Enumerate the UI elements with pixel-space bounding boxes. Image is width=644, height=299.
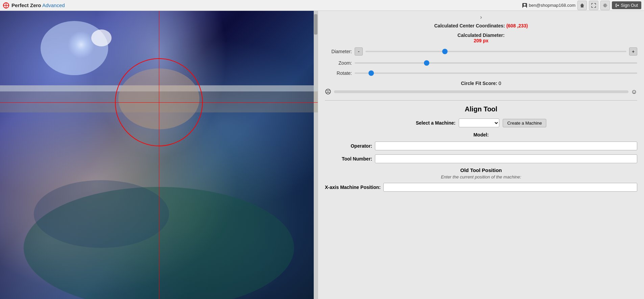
circle-fit-score-row: Circle Fit Score: 0 bbox=[325, 81, 637, 86]
operator-label: Operator: bbox=[325, 143, 372, 149]
sign-out-icon bbox=[615, 3, 619, 7]
svg-point-15 bbox=[91, 29, 112, 46]
gear-icon bbox=[603, 3, 607, 8]
top-bar-right: ben@shopmap168.com bbox=[522, 1, 641, 10]
diameter-control-label: Diameter: bbox=[325, 49, 352, 54]
svg-point-4 bbox=[524, 4, 526, 6]
x-axis-input[interactable] bbox=[383, 183, 637, 192]
sign-out-label: Sign Out bbox=[621, 3, 638, 8]
app-title-advanced: Advanced bbox=[41, 2, 65, 8]
operator-row: Operator: bbox=[325, 142, 637, 150]
circle-fit-score: 0 bbox=[499, 81, 501, 86]
svg-marker-6 bbox=[580, 3, 584, 7]
panel-toggle-button[interactable]: › bbox=[480, 14, 482, 20]
diameter-plus-button[interactable]: + bbox=[629, 47, 637, 56]
settings-button[interactable] bbox=[600, 1, 610, 10]
tool-number-label: Tool Number: bbox=[325, 156, 372, 162]
zoom-slider[interactable] bbox=[355, 62, 637, 64]
diameter-value: 209 px bbox=[325, 38, 637, 43]
diameter-slider[interactable] bbox=[365, 51, 626, 52]
old-tool-position-subtitle: Enter the current position of the machin… bbox=[325, 174, 637, 179]
diameter-label: Calculated Diameter: bbox=[325, 33, 637, 38]
diameter-control-row: Diameter: - + bbox=[325, 47, 637, 56]
app-title: Perfect Zero Advanced bbox=[11, 2, 65, 8]
model-row: Model: bbox=[325, 132, 637, 137]
home-button[interactable] bbox=[577, 1, 587, 10]
user-icon bbox=[522, 3, 527, 8]
circle-fit-label: Circle Fit Score: bbox=[461, 81, 497, 86]
divider-1 bbox=[325, 100, 637, 101]
expand-button[interactable] bbox=[589, 1, 598, 10]
zoom-control-label: Zoom: bbox=[325, 60, 352, 66]
rotate-slider[interactable] bbox=[355, 72, 637, 74]
home-icon bbox=[580, 3, 585, 8]
panel-toggle-icon: › bbox=[480, 14, 482, 20]
logo-icon bbox=[3, 2, 9, 9]
x-axis-row: X-axis Machine Position: bbox=[325, 183, 637, 192]
panel-toggle: › bbox=[325, 14, 637, 20]
camera-area bbox=[0, 11, 318, 299]
center-coordinates-value: (608 ,233) bbox=[506, 23, 528, 28]
rotate-slider-container bbox=[355, 72, 637, 74]
top-bar: Perfect Zero Advanced ben@shopmap168.com bbox=[0, 0, 644, 11]
diameter-slider-container bbox=[365, 51, 626, 52]
operator-input[interactable] bbox=[375, 142, 637, 150]
expand-icon bbox=[591, 3, 596, 8]
rotate-control-row: Rotate: bbox=[325, 70, 637, 76]
svg-point-12 bbox=[34, 180, 169, 248]
top-bar-left: Perfect Zero Advanced bbox=[3, 2, 65, 9]
svg-point-7 bbox=[604, 4, 606, 6]
machine-select-label: Select a Machine: bbox=[416, 120, 456, 126]
model-label: Model: bbox=[473, 132, 488, 137]
rotate-control-label: Rotate: bbox=[325, 70, 352, 76]
circle-fit-emoji-right: ☺ bbox=[631, 88, 637, 95]
old-tool-position-title: Old Tool Position bbox=[325, 167, 637, 173]
zoom-control-row: Zoom: bbox=[325, 60, 637, 66]
circle-fit-emoji-left: ☹ bbox=[325, 88, 331, 95]
align-tool-title: Align Tool bbox=[325, 105, 637, 113]
circle-fit-bar bbox=[334, 90, 628, 93]
main-container: › Calculated Center Coordinates: (608 ,2… bbox=[0, 11, 644, 299]
sign-out-button[interactable]: Sign Out bbox=[612, 1, 641, 9]
right-panel: › Calculated Center Coordinates: (608 ,2… bbox=[318, 11, 644, 299]
tool-number-input[interactable] bbox=[375, 154, 637, 163]
diameter-block: Calculated Diameter: 209 px bbox=[325, 33, 637, 43]
user-info: ben@shopmap168.com bbox=[522, 3, 575, 8]
zoom-slider-container bbox=[355, 62, 637, 64]
machine-select-dropdown[interactable] bbox=[459, 119, 499, 127]
svg-point-14 bbox=[41, 21, 108, 75]
center-coordinates-block: Calculated Center Coordinates: (608 ,233… bbox=[325, 23, 637, 28]
create-machine-button[interactable]: Create a Machine bbox=[503, 119, 546, 127]
circle-fit-bar-row: ☹ ☺ bbox=[325, 88, 637, 95]
user-email: ben@shopmap168.com bbox=[529, 3, 575, 8]
diameter-minus-button[interactable]: - bbox=[355, 47, 363, 56]
tool-number-row: Tool Number: bbox=[325, 154, 637, 163]
machine-select-row: Select a Machine: Create a Machine bbox=[325, 119, 637, 127]
x-axis-label: X-axis Machine Position: bbox=[325, 185, 381, 190]
center-coordinates-label: Calculated Center Coordinates: bbox=[434, 23, 505, 28]
crosshair-vertical bbox=[159, 11, 159, 299]
